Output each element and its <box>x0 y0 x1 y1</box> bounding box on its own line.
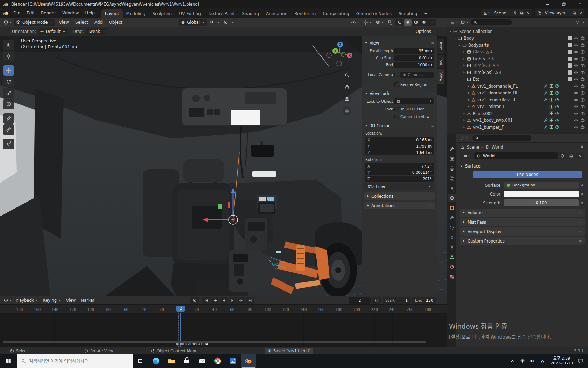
ime-indicator[interactable]: A <box>537 354 548 368</box>
color-swatch[interactable] <box>504 191 579 197</box>
taskbar-app-edge[interactable] <box>148 354 164 368</box>
workspace-tab-geometry-nodes[interactable]: Geometry Nodes <box>353 9 395 18</box>
disable-in-renders-toggle[interactable] <box>580 84 585 89</box>
outliner-row[interactable]: Bodyparts <box>447 42 588 49</box>
viewport-menu-object[interactable]: Object <box>106 19 126 26</box>
view-layer-button[interactable] <box>537 11 542 15</box>
toggle-xray-button[interactable] <box>387 19 393 26</box>
grip-icon[interactable] <box>429 194 433 198</box>
field-end[interactable]: End1000 m <box>364 61 435 68</box>
blender-menu-button[interactable] <box>3 10 9 16</box>
new-scene-button[interactable] <box>519 11 525 15</box>
object-visibility-dropdown[interactable] <box>350 19 360 26</box>
gizmo-negative-z[interactable] <box>337 61 342 66</box>
local-camera-field[interactable]: Camer... <box>400 72 434 78</box>
breadcrumb-scene[interactable]: Scene <box>467 145 479 150</box>
menu-file[interactable]: File <box>10 9 23 16</box>
outliner-row[interactable]: vrv1_body_swb.001 <box>447 117 588 124</box>
cursor-rotation-y[interactable]: Y0.000114° <box>365 169 434 175</box>
outliner-row[interactable]: Trim(BC)4 <box>447 62 588 69</box>
play-button[interactable] <box>229 297 237 304</box>
zoom-button[interactable] <box>342 70 351 80</box>
cursor-rotation-x[interactable]: X77.2° <box>365 163 434 169</box>
tool-select[interactable] <box>3 40 14 50</box>
caret-right-icon[interactable] <box>467 98 470 102</box>
outliner-row[interactable]: vrv1_bumper_F <box>447 124 588 131</box>
disable-in-renders-toggle[interactable] <box>580 56 585 61</box>
add-workspace-button[interactable]: + <box>421 9 431 18</box>
cursor-location-z[interactable]: Z1.643 m <box>365 149 434 155</box>
panel-custom-properties[interactable]: Custom Properties <box>460 237 585 245</box>
grip-icon[interactable] <box>430 91 435 96</box>
outliner-item-label[interactable]: vrv1_doorhandle_RL <box>477 90 518 95</box>
action-center-button[interactable] <box>576 354 586 368</box>
timeline-menu-view[interactable]: View <box>64 297 78 304</box>
outliner-item-label[interactable]: Bodyparts <box>468 43 489 48</box>
hide-in-viewport-toggle[interactable] <box>574 84 579 89</box>
viewport-menu-select[interactable]: Select <box>72 19 91 26</box>
drag-dropdown[interactable]: Tweak <box>86 28 107 35</box>
auto-keying-toggle[interactable] <box>190 297 199 304</box>
caret-right-icon[interactable] <box>462 50 466 54</box>
sidebar-tab-view[interactable]: View <box>437 69 445 84</box>
decorator-dot[interactable] <box>581 193 583 195</box>
hide-in-viewport-toggle[interactable] <box>574 49 579 54</box>
toggle-orthographic-button[interactable] <box>342 106 351 115</box>
new-view-layer-button[interactable] <box>572 11 577 15</box>
shading-rendered-button[interactable] <box>420 19 428 26</box>
show-gizmo-dropdown[interactable] <box>363 19 373 26</box>
timeline-scrollbar[interactable] <box>3 341 426 343</box>
hide-in-viewport-toggle[interactable] <box>574 97 579 102</box>
properties-tab-output[interactable] <box>448 164 456 173</box>
disable-in-renders-toggle[interactable] <box>580 36 585 41</box>
new-world-button[interactable] <box>567 152 575 159</box>
hide-in-viewport-toggle[interactable] <box>574 63 579 68</box>
browse-scene-button[interactable] <box>482 11 492 15</box>
disable-in-renders-toggle[interactable] <box>580 63 585 68</box>
tool-transform[interactable] <box>3 99 14 109</box>
outliner-row[interactable]: Scene Collection <box>447 28 588 35</box>
sidebar-tab-item[interactable]: Item <box>437 39 445 54</box>
panel-header-view-lock[interactable]: View Lock <box>364 90 435 97</box>
unlink-world-button[interactable] <box>576 152 584 159</box>
hide-in-viewport-toggle[interactable] <box>574 56 579 61</box>
workspace-tab-compositing[interactable]: Compositing <box>319 9 352 18</box>
gizmo-plane-handle[interactable] <box>218 204 222 209</box>
panel-header-3d-cursor[interactable]: 3D Cursor <box>364 122 435 129</box>
viewport-menu-add[interactable]: Add <box>91 19 106 26</box>
view-layer-name[interactable]: ViewLayer <box>544 11 570 15</box>
caret-down-icon[interactable] <box>453 36 457 40</box>
caret-right-icon[interactable] <box>462 125 466 129</box>
caret-right-icon[interactable] <box>467 105 470 108</box>
decorator-dot[interactable] <box>581 202 583 204</box>
outliner-row[interactable]: Lights6 <box>447 55 588 62</box>
properties-tab-world[interactable] <box>448 194 456 202</box>
editor-type-button[interactable] <box>2 297 13 304</box>
close-button[interactable] <box>572 0 588 8</box>
editor-type-button[interactable] <box>459 135 470 142</box>
strength-slider[interactable]: 0.100 <box>504 199 579 206</box>
taskbar-clock[interactable]: 오후 2:59 2022-11-13 <box>548 356 576 366</box>
tool-annotate[interactable] <box>3 113 14 124</box>
hide-in-viewport-toggle[interactable] <box>574 43 579 48</box>
caret-down-icon[interactable] <box>462 77 466 81</box>
volume-button[interactable] <box>527 354 537 368</box>
panel-viewport-display[interactable]: Viewport Display <box>460 227 585 236</box>
outliner-row[interactable]: Plane.002 <box>447 110 588 117</box>
exclude-checkbox[interactable] <box>568 77 572 81</box>
tool-measure[interactable] <box>3 124 14 135</box>
workspace-tab-texture-paint[interactable]: Texture Paint <box>204 9 238 18</box>
camera-to-view-checkbox[interactable] <box>394 115 399 119</box>
caret-right-icon[interactable] <box>462 118 466 122</box>
outliner-row[interactable]: vrv1_doorhandle_RL <box>447 90 588 97</box>
disable-in-renders-toggle[interactable] <box>580 49 585 54</box>
outliner-item-label[interactable]: Body <box>464 36 474 41</box>
panel-mist-pass[interactable]: Mist Pass <box>460 218 585 226</box>
properties-tab-material[interactable] <box>448 263 456 271</box>
outliner-search[interactable] <box>471 19 512 25</box>
disable-in-renders-toggle[interactable] <box>580 104 585 109</box>
snapping-dropdown[interactable] <box>216 19 221 26</box>
tool-cursor[interactable] <box>3 51 14 61</box>
outliner-item-label[interactable]: vrv1_mirror_L <box>477 104 505 109</box>
remove-view-layer-button[interactable] <box>578 11 583 15</box>
